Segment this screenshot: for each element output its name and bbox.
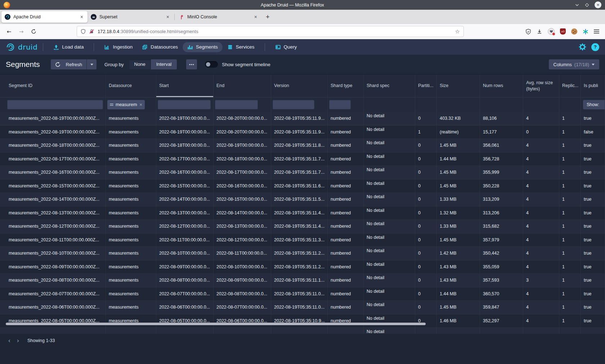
- cell-shard-type: numbered: [328, 260, 364, 274]
- more-options-button[interactable]: •••: [186, 59, 197, 69]
- new-tab-button[interactable]: +: [261, 14, 274, 20]
- services-icon: [227, 44, 233, 50]
- cell-shard-type: numbered: [328, 193, 364, 206]
- window-titlebar: Apache Druid — Mozilla Firefox ×: [0, 0, 605, 10]
- column-header-shard-spec[interactable]: Shard spec: [364, 74, 415, 97]
- cell-shard-spec: No detail: [364, 139, 415, 152]
- column-header-partiti[interactable]: Partiti...: [415, 74, 437, 97]
- cell-datasource: measurements: [106, 287, 156, 301]
- window-close-icon[interactable]: ×: [595, 1, 601, 8]
- tab-close-icon[interactable]: ×: [165, 14, 170, 19]
- protections-shield-icon[interactable]: [525, 29, 531, 35]
- menu-hamburger-icon[interactable]: [594, 29, 599, 34]
- nav-item-datasources[interactable]: Datasources: [137, 42, 183, 52]
- multi-account-containers-icon[interactable]: [548, 28, 555, 35]
- cell-is-published: true: [581, 206, 605, 220]
- back-button[interactable]: ←: [3, 28, 15, 35]
- nav-item-load-data[interactable]: Load data: [49, 42, 88, 52]
- cell-is-published: true: [581, 247, 605, 260]
- cell-size: 1.33 MB: [437, 220, 480, 233]
- cell-avg-row-size: 4: [523, 166, 559, 179]
- nav-item-label: Query: [284, 44, 297, 50]
- cell-datasource: measurements: [106, 301, 156, 314]
- column-header-end[interactable]: End: [214, 74, 271, 97]
- permissions-shield-icon[interactable]: [81, 29, 86, 34]
- help-icon[interactable]: ?: [591, 43, 599, 51]
- cell-partition: 0: [415, 153, 437, 166]
- nav-item-query[interactable]: Query: [270, 42, 302, 52]
- extension-asterisk-icon[interactable]: [583, 29, 588, 35]
- reload-button[interactable]: [27, 29, 40, 34]
- column-header-segment-id[interactable]: Segment ID: [6, 74, 106, 97]
- nav-item-label: Services: [236, 44, 255, 50]
- group-by-none-button[interactable]: None: [129, 59, 151, 69]
- cell-shard-type: numbered: [328, 220, 364, 233]
- cell-datasource: measurements: [106, 166, 156, 179]
- druid-logo[interactable]: druid: [6, 42, 37, 52]
- settings-gear-icon[interactable]: [579, 43, 586, 51]
- nav-item-segments[interactable]: Segments: [183, 42, 223, 52]
- column-header-is-publi[interactable]: Is publi: [581, 74, 605, 97]
- column-header-version[interactable]: Version: [271, 74, 328, 97]
- refresh-button[interactable]: Refresh: [51, 62, 87, 67]
- druid-favicon-icon: [5, 14, 10, 20]
- tab-close-icon[interactable]: ×: [79, 14, 84, 19]
- tab-label: Superset: [99, 14, 162, 19]
- tab-close-icon[interactable]: ×: [253, 14, 258, 19]
- cell-start: 2022-08-05T00:00:00.0...: [156, 314, 214, 328]
- cell-version: 2022-08-19T05:35:11.2...: [271, 260, 328, 274]
- column-header-shard-type[interactable]: Shard type: [328, 74, 364, 97]
- end-filter-input[interactable]: [215, 100, 258, 109]
- group-by-button-group: None Interval: [129, 59, 177, 69]
- refresh-caret-button[interactable]: [86, 59, 97, 69]
- cell-partition: 0: [415, 220, 437, 233]
- cell-segment-id: measurements_2022-08-13T00:00:00.000Z...: [6, 206, 106, 220]
- table-row: measurements_2022-08-10T00:00:00.000Z...…: [0, 247, 605, 260]
- cell-avg-row-size: 3: [523, 274, 559, 287]
- bookmark-star-icon[interactable]: ☆: [455, 28, 460, 35]
- cookie-extension-icon[interactable]: [571, 28, 577, 35]
- previous-page-icon[interactable]: ‹: [5, 337, 14, 344]
- ublock-origin-icon[interactable]: uO: [560, 28, 566, 35]
- window-maximize-icon[interactable]: [585, 3, 589, 7]
- column-header-replic[interactable]: Replic...: [559, 74, 581, 97]
- version-filter-input[interactable]: [273, 100, 314, 109]
- cell-start: 2022-08-13T00:00:00.0...: [156, 206, 214, 220]
- column-header-datasource[interactable]: Datasource: [106, 74, 156, 97]
- segment-id-filter-input[interactable]: [7, 100, 103, 109]
- cell-shard-type: numbered: [328, 274, 364, 287]
- segments-view: Segments Refresh Group by None Interval …: [0, 55, 605, 364]
- insecure-lock-icon[interactable]: [89, 29, 94, 34]
- columns-button[interactable]: Columns (17/18): [549, 59, 600, 69]
- horizontal-scrollbar-thumb[interactable]: [6, 323, 426, 325]
- nav-item-services[interactable]: Services: [223, 42, 259, 52]
- cell-avg-row-size: 4: [523, 233, 559, 247]
- tab-minio-console[interactable]: MinIO Console ×: [175, 11, 261, 23]
- tab-apache-druid[interactable]: Apache Druid ×: [1, 11, 88, 23]
- column-header-start[interactable]: Start: [156, 74, 214, 97]
- cell-shard-spec: No detail: [364, 112, 415, 125]
- cell-segment-id: measurements_2022-08-19T00:00:00.000Z...: [6, 112, 106, 125]
- cell-segment-id: measurements_2022-08-12T00:00:00.000Z...: [6, 220, 106, 233]
- tab-superset[interactable]: ∞ Superset ×: [88, 11, 174, 23]
- forward-button[interactable]: →: [15, 28, 27, 35]
- downloads-icon[interactable]: [537, 29, 542, 35]
- cell-datasource: measurements: [106, 274, 156, 287]
- start-filter-input[interactable]: [158, 100, 211, 109]
- url-bar[interactable]: 172.18.0.4:30899/unified-console.html#se…: [77, 26, 464, 37]
- shard-type-filter-input[interactable]: [329, 100, 351, 109]
- column-header-avg-row-size-bytes[interactable]: Avg. row size (bytes): [523, 74, 559, 97]
- cell-datasource: measurements: [106, 247, 156, 260]
- cell-avg-row-size: [523, 328, 559, 334]
- datasource-filter-chip[interactable]: measurements ×: [107, 100, 145, 109]
- next-page-icon[interactable]: ›: [14, 337, 22, 344]
- group-by-interval-button[interactable]: Interval: [151, 59, 177, 69]
- nav-item-ingestion[interactable]: Ingestion: [99, 42, 137, 52]
- remove-filter-icon[interactable]: ×: [139, 102, 142, 107]
- window-minimize-icon[interactable]: [575, 3, 579, 7]
- cell-version: 2022-08-19T05:35:11.9...: [271, 126, 328, 139]
- is-published-filter-select[interactable]: Show:: [583, 100, 605, 109]
- column-header-size[interactable]: Size: [437, 74, 480, 97]
- column-header-num-rows[interactable]: Num rows: [480, 74, 523, 97]
- segment-timeline-toggle[interactable]: [205, 61, 218, 68]
